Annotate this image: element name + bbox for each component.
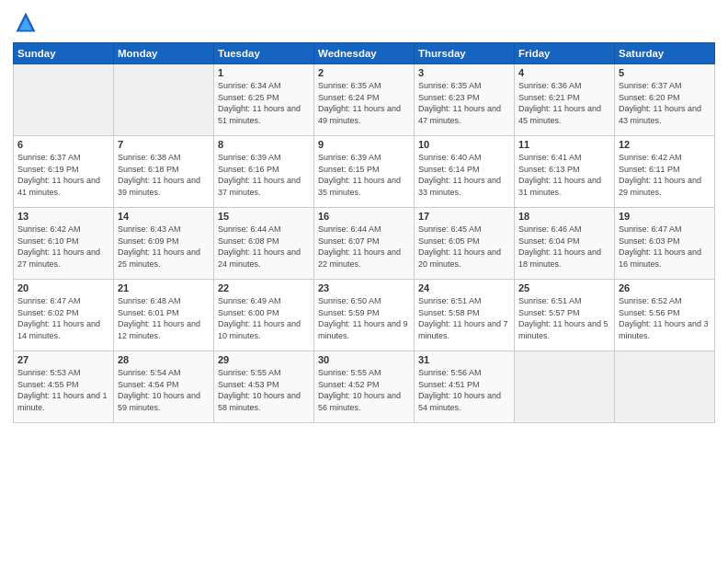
calendar-day-cell: 18Sunrise: 6:46 AM Sunset: 6:04 PM Dayli… <box>515 208 615 280</box>
day-number: 15 <box>218 211 310 222</box>
day-info: Sunrise: 6:49 AM Sunset: 6:00 PM Dayligh… <box>218 295 310 341</box>
calendar-header: SundayMondayTuesdayWednesdayThursdayFrid… <box>14 43 715 64</box>
day-info: Sunrise: 6:44 AM Sunset: 6:08 PM Dayligh… <box>218 224 310 270</box>
day-info: Sunrise: 6:34 AM Sunset: 6:25 PM Dayligh… <box>218 80 310 126</box>
calendar-day-cell: 1Sunrise: 6:34 AM Sunset: 6:25 PM Daylig… <box>214 64 314 136</box>
day-number: 18 <box>518 211 610 222</box>
day-number: 23 <box>318 282 410 293</box>
calendar-day-cell: 7Sunrise: 6:38 AM Sunset: 6:18 PM Daylig… <box>114 136 214 208</box>
day-number: 16 <box>318 211 410 222</box>
day-info: Sunrise: 6:47 AM Sunset: 6:03 PM Dayligh… <box>619 224 711 270</box>
calendar-day-cell <box>114 64 214 136</box>
day-number: 19 <box>619 211 711 222</box>
day-number: 29 <box>218 354 310 365</box>
calendar-day-cell: 20Sunrise: 6:47 AM Sunset: 6:02 PM Dayli… <box>14 280 114 351</box>
day-info: Sunrise: 5:53 AM Sunset: 4:55 PM Dayligh… <box>17 367 109 413</box>
calendar-day-cell: 25Sunrise: 6:51 AM Sunset: 5:57 PM Dayli… <box>515 280 615 351</box>
logo-icon <box>13 9 39 35</box>
day-info: Sunrise: 6:43 AM Sunset: 6:09 PM Dayligh… <box>118 224 210 270</box>
day-number: 24 <box>418 282 510 293</box>
calendar-day-cell: 12Sunrise: 6:42 AM Sunset: 6:11 PM Dayli… <box>615 136 715 208</box>
day-number: 26 <box>619 282 711 293</box>
calendar-day-cell: 13Sunrise: 6:42 AM Sunset: 6:10 PM Dayli… <box>14 208 114 280</box>
day-info: Sunrise: 6:42 AM Sunset: 6:11 PM Dayligh… <box>619 152 711 198</box>
calendar-body: 1Sunrise: 6:34 AM Sunset: 6:25 PM Daylig… <box>14 64 715 423</box>
calendar-day-cell <box>515 351 615 423</box>
calendar-day-cell: 5Sunrise: 6:37 AM Sunset: 6:20 PM Daylig… <box>615 64 715 136</box>
calendar-day-cell: 24Sunrise: 6:51 AM Sunset: 5:58 PM Dayli… <box>415 280 515 351</box>
day-number: 9 <box>318 139 410 150</box>
day-number: 21 <box>118 282 210 293</box>
calendar-day-cell: 8Sunrise: 6:39 AM Sunset: 6:16 PM Daylig… <box>214 136 314 208</box>
day-info: Sunrise: 6:37 AM Sunset: 6:19 PM Dayligh… <box>17 152 109 198</box>
weekday-row: SundayMondayTuesdayWednesdayThursdayFrid… <box>14 43 715 64</box>
day-number: 30 <box>318 354 410 365</box>
calendar-day-cell: 16Sunrise: 6:44 AM Sunset: 6:07 PM Dayli… <box>314 208 415 280</box>
calendar-day-cell: 22Sunrise: 6:49 AM Sunset: 6:00 PM Dayli… <box>214 280 314 351</box>
calendar-day-cell: 9Sunrise: 6:39 AM Sunset: 6:15 PM Daylig… <box>314 136 415 208</box>
day-number: 17 <box>418 211 510 222</box>
day-number: 3 <box>418 67 510 78</box>
day-info: Sunrise: 6:48 AM Sunset: 6:01 PM Dayligh… <box>118 295 210 341</box>
calendar-day-cell: 17Sunrise: 6:45 AM Sunset: 6:05 PM Dayli… <box>415 208 515 280</box>
calendar-week-row: 13Sunrise: 6:42 AM Sunset: 6:10 PM Dayli… <box>14 208 715 280</box>
day-info: Sunrise: 6:44 AM Sunset: 6:07 PM Dayligh… <box>318 224 410 270</box>
day-info: Sunrise: 6:40 AM Sunset: 6:14 PM Dayligh… <box>418 152 510 198</box>
weekday-header: Thursday <box>415 43 515 64</box>
weekday-header: Friday <box>515 43 615 64</box>
day-info: Sunrise: 5:54 AM Sunset: 4:54 PM Dayligh… <box>118 367 210 413</box>
calendar-day-cell: 6Sunrise: 6:37 AM Sunset: 6:19 PM Daylig… <box>14 136 114 208</box>
day-info: Sunrise: 6:47 AM Sunset: 6:02 PM Dayligh… <box>17 295 109 341</box>
calendar-day-cell: 27Sunrise: 5:53 AM Sunset: 4:55 PM Dayli… <box>14 351 114 423</box>
day-info: Sunrise: 5:55 AM Sunset: 4:52 PM Dayligh… <box>318 367 410 413</box>
calendar-day-cell: 4Sunrise: 6:36 AM Sunset: 6:21 PM Daylig… <box>515 64 615 136</box>
day-number: 22 <box>218 282 310 293</box>
day-number: 7 <box>118 139 210 150</box>
calendar-day-cell: 10Sunrise: 6:40 AM Sunset: 6:14 PM Dayli… <box>415 136 515 208</box>
day-number: 2 <box>318 67 410 78</box>
day-info: Sunrise: 5:56 AM Sunset: 4:51 PM Dayligh… <box>418 367 510 413</box>
calendar-table: SundayMondayTuesdayWednesdayThursdayFrid… <box>13 42 715 423</box>
day-number: 25 <box>518 282 610 293</box>
day-number: 12 <box>619 139 711 150</box>
day-number: 20 <box>17 282 109 293</box>
day-info: Sunrise: 6:46 AM Sunset: 6:04 PM Dayligh… <box>518 224 610 270</box>
day-number: 4 <box>518 67 610 78</box>
calendar-day-cell: 26Sunrise: 6:52 AM Sunset: 5:56 PM Dayli… <box>615 280 715 351</box>
day-info: Sunrise: 6:35 AM Sunset: 6:23 PM Dayligh… <box>418 80 510 126</box>
calendar-week-row: 6Sunrise: 6:37 AM Sunset: 6:19 PM Daylig… <box>14 136 715 208</box>
main-container: SundayMondayTuesdayWednesdayThursdayFrid… <box>0 0 728 563</box>
day-info: Sunrise: 6:39 AM Sunset: 6:15 PM Dayligh… <box>318 152 410 198</box>
day-number: 1 <box>218 67 310 78</box>
calendar-day-cell: 21Sunrise: 6:48 AM Sunset: 6:01 PM Dayli… <box>114 280 214 351</box>
day-number: 28 <box>118 354 210 365</box>
day-number: 10 <box>418 139 510 150</box>
weekday-header: Saturday <box>615 43 715 64</box>
calendar-day-cell: 31Sunrise: 5:56 AM Sunset: 4:51 PM Dayli… <box>415 351 515 423</box>
calendar-week-row: 1Sunrise: 6:34 AM Sunset: 6:25 PM Daylig… <box>14 64 715 136</box>
calendar-week-row: 20Sunrise: 6:47 AM Sunset: 6:02 PM Dayli… <box>14 280 715 351</box>
day-info: Sunrise: 6:37 AM Sunset: 6:20 PM Dayligh… <box>619 80 711 126</box>
day-number: 6 <box>17 139 109 150</box>
day-info: Sunrise: 6:50 AM Sunset: 5:59 PM Dayligh… <box>318 295 410 341</box>
day-info: Sunrise: 6:52 AM Sunset: 5:56 PM Dayligh… <box>619 295 711 341</box>
day-number: 27 <box>17 354 109 365</box>
day-info: Sunrise: 6:41 AM Sunset: 6:13 PM Dayligh… <box>518 152 610 198</box>
day-number: 11 <box>518 139 610 150</box>
calendar-day-cell: 29Sunrise: 5:55 AM Sunset: 4:53 PM Dayli… <box>214 351 314 423</box>
calendar-day-cell: 23Sunrise: 6:50 AM Sunset: 5:59 PM Dayli… <box>314 280 415 351</box>
logo <box>13 9 42 35</box>
calendar-day-cell: 19Sunrise: 6:47 AM Sunset: 6:03 PM Dayli… <box>615 208 715 280</box>
weekday-header: Monday <box>114 43 214 64</box>
calendar-day-cell <box>14 64 114 136</box>
calendar-day-cell: 2Sunrise: 6:35 AM Sunset: 6:24 PM Daylig… <box>314 64 415 136</box>
day-number: 8 <box>218 139 310 150</box>
header <box>13 9 715 35</box>
day-info: Sunrise: 6:38 AM Sunset: 6:18 PM Dayligh… <box>118 152 210 198</box>
day-number: 13 <box>17 211 109 222</box>
day-info: Sunrise: 6:51 AM Sunset: 5:58 PM Dayligh… <box>418 295 510 341</box>
calendar-day-cell: 14Sunrise: 6:43 AM Sunset: 6:09 PM Dayli… <box>114 208 214 280</box>
calendar-day-cell: 3Sunrise: 6:35 AM Sunset: 6:23 PM Daylig… <box>415 64 515 136</box>
day-number: 14 <box>118 211 210 222</box>
calendar-week-row: 27Sunrise: 5:53 AM Sunset: 4:55 PM Dayli… <box>14 351 715 423</box>
